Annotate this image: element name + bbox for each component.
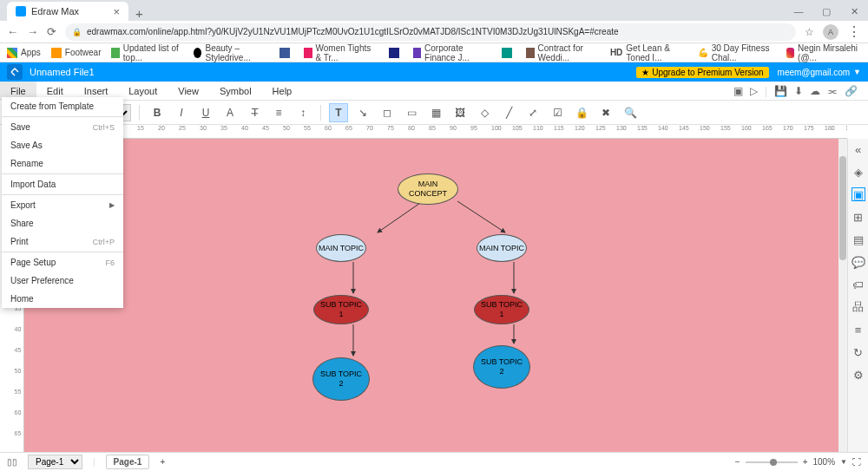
file-page-setup[interactable]: Page SetupF6 — [2, 253, 123, 271]
connector-tool[interactable]: ↘ — [353, 103, 372, 122]
italic-button[interactable]: I — [172, 103, 191, 122]
file-user-pref[interactable]: User Preference — [2, 271, 123, 290]
checkbox-tool[interactable]: ☑ — [548, 103, 567, 122]
chevron-down-icon[interactable]: ▼ — [853, 68, 861, 76]
menu-layout[interactable]: Layout — [118, 82, 168, 100]
chart-tool[interactable]: ▦ — [426, 103, 445, 122]
grid-icon[interactable]: ⊞ — [852, 210, 865, 224]
chevron-down-icon[interactable]: ▼ — [840, 458, 847, 466]
bookmark-item[interactable]: Corporate Finance J... — [413, 43, 492, 62]
bookmark-item[interactable] — [389, 48, 403, 58]
reload-button[interactable]: ⟳ — [47, 25, 56, 38]
node-sub1-right[interactable]: SUB TOPIC1 — [474, 295, 529, 324]
align-button[interactable]: ≡ — [269, 103, 288, 122]
container-tool[interactable]: ▭ — [402, 103, 421, 122]
back-button[interactable]: ← — [7, 25, 18, 38]
collapse-icon[interactable]: « — [852, 142, 865, 156]
canvas[interactable]: MAIN CONCEPT MAIN TOPIC MAIN TOPIC SUB T… — [24, 139, 847, 452]
bookmark-item[interactable]: Women Tights & Tr... — [304, 43, 378, 62]
fill-tool[interactable]: ◇ — [475, 103, 494, 122]
node-sub2-left[interactable]: SUB TOPIC2 — [312, 357, 370, 401]
minimize-button[interactable]: — — [785, 2, 812, 21]
underline-button[interactable]: U — [196, 103, 215, 122]
browser-tab[interactable]: Edraw Max × — [7, 2, 128, 21]
comment-icon[interactable]: 💬 — [852, 255, 865, 269]
settings-icon[interactable]: ⚙ — [852, 368, 865, 382]
hierarchy-icon[interactable]: 品 — [852, 300, 865, 314]
panels-icon[interactable]: ▯▯ — [7, 457, 17, 467]
bookmark-item[interactable] — [279, 48, 293, 58]
file-save[interactable]: SaveCtrl+S — [2, 118, 123, 136]
zoom-level[interactable]: 100% — [813, 457, 836, 467]
menu-help[interactable]: Help — [262, 82, 303, 100]
filename[interactable]: Unnamed File1 — [30, 67, 95, 77]
bookmark-apps[interactable]: Apps — [7, 48, 41, 58]
node-main-topic-left[interactable]: MAIN TOPIC — [316, 234, 366, 262]
file-rename[interactable]: Rename — [2, 154, 123, 173]
search-icon[interactable]: 🔍 — [621, 103, 640, 122]
lock-tool[interactable]: 🔒 — [572, 103, 591, 122]
zoom-in-button[interactable]: + — [803, 457, 808, 467]
close-button[interactable]: ✕ — [840, 2, 868, 21]
bookmark-item[interactable]: Updated list of top... — [111, 43, 183, 62]
fullscreen-icon[interactable]: ⛶ — [852, 457, 861, 467]
spacing-button[interactable]: ↕ — [293, 103, 312, 122]
new-tab-button[interactable]: + — [128, 6, 150, 21]
file-save-as[interactable]: Save As — [2, 136, 123, 154]
profile-avatar[interactable]: A — [823, 24, 838, 40]
image-tool[interactable]: 🖼 — [450, 103, 470, 122]
tools-icon[interactable]: ✖ — [596, 103, 615, 122]
shape-tool[interactable]: ◻ — [378, 103, 397, 122]
presentation-icon[interactable]: ▣ — [733, 85, 743, 97]
menu-view[interactable]: View — [168, 82, 209, 100]
star-icon[interactable]: ☆ — [805, 26, 814, 38]
font-color-button[interactable]: A — [220, 103, 240, 122]
page-select[interactable]: Page-1 — [28, 455, 82, 469]
bookmark-item[interactable] — [502, 48, 516, 58]
file-share[interactable]: Share — [2, 214, 123, 232]
app-logo[interactable] — [7, 64, 23, 80]
bookmark-item[interactable]: HDGet Lean & Toned I... — [610, 43, 687, 62]
menu-symbol[interactable]: Symbol — [209, 82, 262, 100]
line-tool[interactable]: ╱ — [499, 103, 518, 122]
close-icon[interactable]: × — [113, 5, 120, 18]
history-icon[interactable]: ↻ — [852, 345, 865, 359]
cloud-icon[interactable]: ☁ — [810, 85, 820, 97]
eyedropper-tool[interactable]: ⤢ — [523, 103, 542, 122]
add-page-button[interactable]: + — [160, 457, 165, 467]
node-sub1-left[interactable]: SUB TOPIC1 — [313, 295, 369, 324]
text-tool[interactable]: T — [329, 103, 348, 122]
forward-button[interactable]: → — [27, 25, 38, 38]
play-icon[interactable]: ▷ — [750, 85, 758, 97]
node-sub2-right[interactable]: SUB TOPIC2 — [473, 345, 530, 389]
url-input[interactable]: 🔒 edrawmax.com/online/app.html?y0/KUjV2y… — [65, 23, 796, 41]
node-main-concept[interactable]: MAIN CONCEPT — [398, 173, 458, 205]
list-icon[interactable]: ≡ — [852, 323, 865, 337]
tag-icon[interactable]: 🏷 — [852, 278, 865, 291]
file-print[interactable]: PrintCtrl+P — [2, 232, 123, 251]
zoom-out-button[interactable]: − — [735, 457, 740, 467]
link-icon[interactable]: 🔗 — [845, 85, 858, 97]
file-create-template[interactable]: Create from Template — [2, 97, 123, 115]
bookmark-item[interactable]: 💪30 Day Fitness Chal... — [698, 43, 776, 62]
share-icon[interactable]: ⫘ — [827, 85, 838, 97]
layers-icon[interactable]: ▤ — [852, 232, 865, 246]
bookmark-item[interactable]: Beauty – Styledrive... — [194, 43, 269, 62]
file-export[interactable]: Export▶ — [2, 196, 123, 214]
file-home[interactable]: Home — [2, 290, 123, 308]
bold-button[interactable]: B — [148, 103, 167, 122]
bookmark-item[interactable]: Contract for Weddi... — [526, 43, 600, 62]
save-icon[interactable]: 💾 — [774, 85, 787, 97]
download-icon[interactable]: ⬇ — [794, 85, 803, 97]
upgrade-button[interactable]: ★ Upgrade to Premium Version — [636, 67, 768, 78]
style-icon[interactable]: ◈ — [852, 165, 865, 179]
vertical-scrollbar[interactable] — [838, 139, 847, 452]
bookmark-item[interactable]: Negin Mirsalehi (@... — [786, 43, 861, 62]
node-main-topic-right[interactable]: MAIN TOPIC — [477, 234, 527, 262]
page-tab[interactable]: Page-1 — [106, 455, 150, 469]
file-import[interactable]: Import Data — [2, 175, 123, 193]
strikethrough-button[interactable]: T̶ — [245, 103, 264, 122]
user-email[interactable]: meem@gmail.com — [778, 68, 851, 77]
theme-icon[interactable]: ▣ — [852, 187, 865, 201]
zoom-slider[interactable] — [746, 461, 798, 463]
